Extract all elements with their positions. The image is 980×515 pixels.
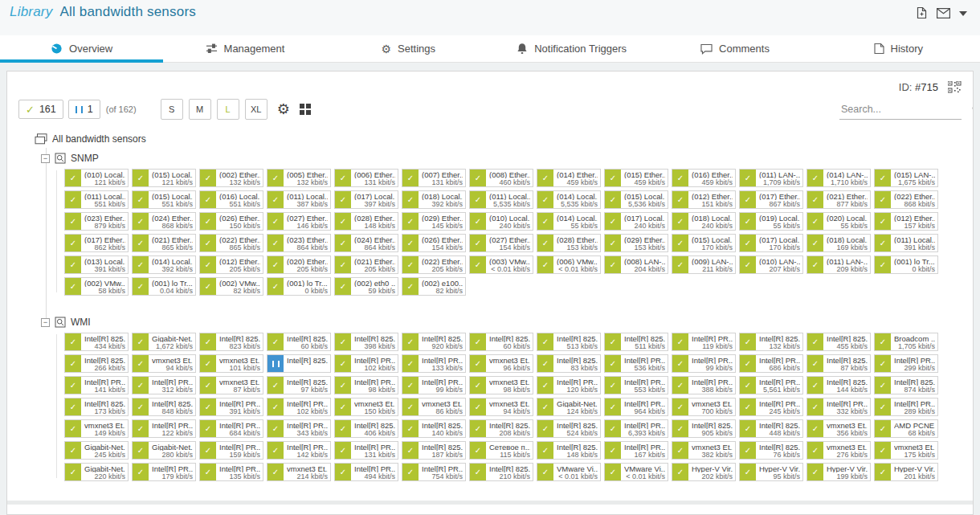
tab-settings[interactable]: ⚙ Settings — [327, 35, 490, 62]
sensor-tile[interactable]: ✓Сетевое п...115 kbit/s — [469, 441, 533, 460]
tile-view-icon[interactable] — [300, 104, 311, 115]
sensor-tile[interactable]: ✓Intel[R] PR...167 kbit/s — [604, 441, 668, 460]
sensor-tile[interactable]: ✓Intel[R] 825...76 kbit/s — [739, 441, 803, 460]
sensor-tile[interactable]: ✓Intel[R] PR...5,561 kbit/s — [739, 376, 803, 394]
sensor-tile[interactable]: ✓(002) eth0 ...59 kbit/s — [334, 277, 398, 296]
sensor-tile[interactable]: ✓vmxnet3 Et...700 kbit/s — [672, 398, 736, 416]
sensor-tile[interactable]: ✓(026) Ether...150 kbit/s — [199, 212, 263, 231]
sensor-tile[interactable]: ✓(005) Ether...132 kbit/s — [267, 169, 331, 187]
sensor-tile[interactable]: ✓(011) LAN-...209 kbit/s — [806, 255, 871, 274]
sensor-tile[interactable]: ✓(023) Ether...864 kbit/s — [267, 234, 331, 252]
sensor-tile[interactable]: ✓Intel[R] PR...299 kbit/s — [874, 354, 938, 373]
sensor-tile[interactable]: ✓Intel[R] 825...874 kbit/s — [874, 376, 938, 394]
page-plus-icon[interactable] — [916, 6, 928, 19]
sensor-tile[interactable]: ✓(017) Local...397 kbit/s — [334, 190, 398, 209]
tab-management[interactable]: Management — [163, 35, 326, 62]
search-input[interactable] — [839, 103, 972, 116]
sensor-tile[interactable]: ✓Intel[R] PR...99 kbit/s — [402, 376, 466, 394]
sensor-tile[interactable]: ✓Intel[R] 825...208 kbit/s — [469, 419, 533, 438]
sensor-tile[interactable]: ✓(017) Local...170 kbit/s — [739, 234, 803, 252]
sensor-tile[interactable]: ✓(003) VMw...< 0.01 kbit/s — [469, 255, 533, 274]
sensor-tile[interactable]: ✓vmxnet3 Et...101 kbit/s — [199, 354, 263, 373]
sensor-tile[interactable]: ✓Intel[R] PR...133 kbit/s — [402, 354, 466, 373]
sensor-tile[interactable]: ✓(014) Local...392 kbit/s — [132, 255, 196, 274]
tab-history[interactable]: History — [817, 35, 980, 62]
sensor-tile[interactable]: ✓(028) Ether...153 kbit/s — [537, 234, 601, 252]
sensor-tile[interactable]: ✓Hyper-V Vir...201 kbit/s — [874, 463, 938, 481]
sensor-tile[interactable]: ✓(029) Ether...153 kbit/s — [604, 234, 668, 252]
sensor-tile[interactable]: ✓Intel[R] PR...142 kbit/s — [267, 441, 331, 460]
sensor-tile[interactable]: ✓(027) Ether...154 kbit/s — [469, 234, 533, 252]
sensor-tile[interactable]: ✓(002) e100...82 kbit/s — [402, 277, 466, 296]
sensor-tile[interactable]: ✓vmxnet3 Et...149 kbit/s — [64, 419, 129, 438]
sensor-tile[interactable]: ✓Intel[R] 825...140 kbit/s — [402, 419, 466, 438]
sensor-tile[interactable]: ✓(020) Ether...205 kbit/s — [267, 255, 331, 274]
sensor-tile[interactable]: ✓vmxnet3 Et...214 kbit/s — [267, 463, 331, 481]
sensor-tile[interactable]: ✓Intel[R] PR...131 kbit/s — [334, 441, 398, 460]
sensor-tile[interactable]: ✓vmxnet3 Et...98 kbit/s — [469, 376, 533, 394]
sensor-tile[interactable]: ✓Intel[R] 825...60 kbit/s — [469, 333, 533, 351]
sensor-tile[interactable]: ✓(001) lo Tr...0.04 kbit/s — [132, 277, 196, 296]
up-sensors-count[interactable]: ✓ 161 — [18, 100, 63, 119]
sensor-tile[interactable]: ✓Intel[R] 825...187 kbit/s — [402, 441, 466, 460]
sensor-tile[interactable]: ✓(021) Ether...205 kbit/s — [334, 255, 398, 274]
sensor-tile[interactable]: ✓(017) Ether...867 kbit/s — [739, 190, 803, 209]
paused-sensors-count[interactable]: 1 — [68, 100, 100, 119]
sensor-tile[interactable]: ✓Intel[R] 825...210 kbit/s — [469, 463, 533, 481]
sensor-tile[interactable]: ✓vmxnet3 Et...94 kbit/s — [132, 354, 196, 373]
sensor-tile[interactable]: ✓Intel[R] PR...135 kbit/s — [199, 463, 263, 481]
sensor-tile[interactable]: ✓vmxnet3 Et...150 kbit/s — [334, 398, 398, 416]
sensor-tile[interactable]: ✓(014) LAN-...1,710 kbit/s — [806, 169, 871, 187]
sensor-tile[interactable]: ✓(029) Ether...145 kbit/s — [402, 212, 466, 231]
sensor-tile[interactable]: ✓Intel[R] PR...343 kbit/s — [267, 419, 331, 438]
sensor-tile[interactable]: ✓Intel[R] 825...455 kbit/s — [806, 333, 871, 351]
size-xl-button[interactable]: XL — [245, 99, 267, 120]
sensor-tile[interactable]: ✓Intel[R] 825...920 kbit/s — [402, 333, 466, 351]
qr-code-icon[interactable] — [948, 81, 962, 93]
sensor-tile[interactable]: ✓(011) LAN-...1,709 kbit/s — [739, 169, 803, 187]
collapse-toggle-icon[interactable]: − — [41, 318, 50, 327]
sensor-tile[interactable]: ✓Intel[R] 825...511 kbit/s — [604, 333, 668, 351]
sensor-tile[interactable]: ✓(010) Local...121 kbit/s — [64, 169, 129, 187]
sensor-tile[interactable]: ✓Intel[R] PR...964 kbit/s — [604, 398, 668, 416]
sensor-tile[interactable]: ✓AMD PCNE...68 kbit/s — [874, 419, 938, 438]
sensor-tile[interactable]: ✓(001) lo Tr...0 kbit/s — [267, 277, 331, 296]
sensor-tile[interactable]: ✓Intel[R] PR...102 kbit/s — [334, 354, 398, 373]
breadcrumb-library[interactable]: Library — [10, 4, 52, 19]
sensor-tile[interactable]: ✓(021) Ether...877 kbit/s — [806, 190, 871, 209]
sensor-tile[interactable]: ✓Intel[R] PR...391 kbit/s — [199, 398, 263, 416]
sensor-tile[interactable]: ✓(014) Ether...459 kbit/s — [537, 169, 601, 187]
sensor-tile[interactable]: ✓(012) Ether...157 kbit/s — [874, 212, 938, 231]
sensor-tile[interactable]: ✓(024) Ether...868 kbit/s — [132, 212, 196, 231]
sensor-tile[interactable]: ✓Intel[R] PR...494 kbit/s — [334, 463, 398, 481]
sensor-tile[interactable]: ✓(011) Local...391 kbit/s — [874, 234, 938, 252]
sensor-tile[interactable]: ✓Intel[R] 825...524 kbit/s — [537, 419, 601, 438]
sensor-tile[interactable]: ✓(018) Local...392 kbit/s — [402, 190, 466, 209]
sensor-tile[interactable]: ✓(015) Local...170 kbit/s — [672, 234, 736, 252]
sensor-tile[interactable]: ✓Gigabit-Net...245 kbit/s — [64, 441, 129, 460]
sensor-tile[interactable]: ✓Intel[R] 825...398 kbit/s — [334, 333, 398, 351]
sensor-tile[interactable]: ✓(013) Local...391 kbit/s — [64, 255, 129, 274]
sensor-tile[interactable]: ✓Hyper-V Vir...95 kbit/s — [739, 463, 803, 481]
sensor-tile[interactable]: Intel[R] 825... — [267, 354, 331, 373]
sensor-tile[interactable]: ✓(009) LAN-...211 kbit/s — [672, 255, 736, 274]
sensor-tile[interactable]: ✓(027) Ether...146 kbit/s — [267, 212, 331, 231]
sensor-tile[interactable]: ✓Intel[R] PR...684 kbit/s — [199, 419, 263, 438]
sensor-tile[interactable]: ✓(024) Ether...864 kbit/s — [334, 234, 398, 252]
sensor-tile[interactable]: ✓Gigabit-Net...280 kbit/s — [132, 441, 196, 460]
sensor-tile[interactable]: ✓Gigabit-Net...1,672 kbit/s — [132, 333, 196, 351]
sensor-tile[interactable]: ✓(015) Local...121 kbit/s — [132, 169, 196, 187]
sensor-tile[interactable]: ✓(002) VMw...82 kbit/s — [199, 277, 263, 296]
sensor-tile[interactable]: ✓Intel[R] PR...754 kbit/s — [402, 463, 466, 481]
sensor-tile[interactable]: ✓(022) Ether...868 kbit/s — [874, 190, 938, 209]
sensor-tile[interactable]: ✓Intel[R] 825...905 kbit/s — [672, 419, 736, 438]
sensor-tile[interactable]: ✓(028) Ether...148 kbit/s — [334, 212, 398, 231]
sensor-tile[interactable]: ✓(020) Local...55 kbit/s — [806, 212, 871, 231]
sensor-tile[interactable]: ✓Intel[R] PR...6,393 kbit/s — [604, 419, 668, 438]
group-header[interactable]: −WMI — [41, 314, 962, 330]
sensor-tile[interactable]: ✓(014) Local...5,535 kbit/s — [537, 190, 601, 209]
size-small-button[interactable]: S — [161, 99, 183, 120]
envelope-icon[interactable] — [937, 8, 950, 18]
sensor-tile[interactable]: ✓(011) Local...387 kbit/s — [267, 190, 331, 209]
sensor-tile[interactable]: ✓vmxnet3 Et...94 kbit/s — [469, 398, 533, 416]
